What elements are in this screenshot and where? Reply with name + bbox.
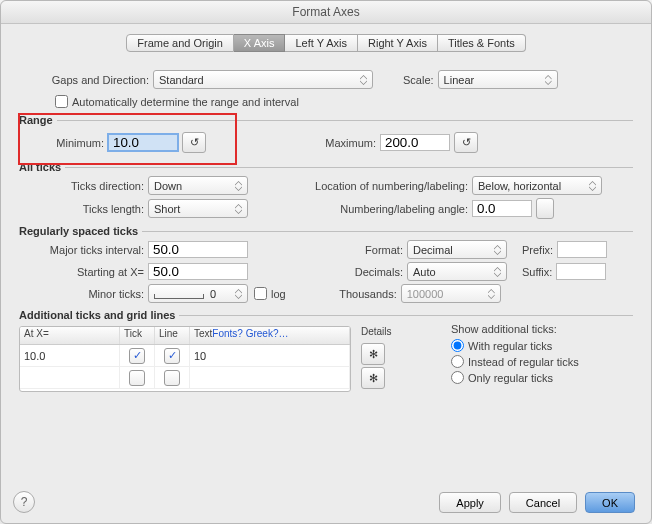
major-int-input[interactable] bbox=[148, 241, 248, 258]
max-reset-button[interactable]: ↺ bbox=[454, 132, 478, 153]
numbering-angle-label: Numbering/labeling angle: bbox=[268, 203, 468, 215]
thousands-select[interactable]: 100000 bbox=[401, 284, 501, 303]
format-label: Format: bbox=[338, 244, 403, 256]
tab-titles-fonts[interactable]: Titles & Fonts bbox=[438, 34, 526, 52]
start-at-label: Starting at X= bbox=[19, 266, 144, 278]
minor-ticks-label: Minor ticks: bbox=[19, 288, 144, 300]
addl-ticks-table: At X= Tick Line TextFonts? Greek?… 10.0 … bbox=[19, 326, 351, 392]
col-tick-header: Tick bbox=[120, 327, 155, 344]
angle-stepper[interactable] bbox=[536, 198, 554, 219]
col-text-header: Text bbox=[194, 328, 212, 339]
cancel-button[interactable]: Cancel bbox=[509, 492, 577, 513]
log-label: log bbox=[271, 288, 286, 300]
major-int-label: Major ticks interval: bbox=[19, 244, 144, 256]
suffix-input[interactable] bbox=[556, 263, 606, 280]
row-gear-button[interactable]: ✻ bbox=[361, 367, 385, 389]
reg-ticks-header: Regularly spaced ticks bbox=[19, 225, 138, 237]
format-axes-dialog: Format Axes Frame and Origin X Axis Left… bbox=[0, 0, 652, 524]
gear-icon: ✻ bbox=[369, 372, 378, 385]
window-title: Format Axes bbox=[1, 1, 651, 24]
show-addl-label: Show additional ticks: bbox=[451, 323, 579, 335]
line-checkbox[interactable] bbox=[164, 370, 180, 386]
min-reset-button[interactable]: ↺ bbox=[182, 132, 206, 153]
decimals-select[interactable]: Auto bbox=[407, 262, 507, 281]
format-select[interactable]: Decimal bbox=[407, 240, 507, 259]
range-header: Range bbox=[19, 114, 53, 126]
gear-icon: ✻ bbox=[369, 348, 378, 361]
numbering-angle-input[interactable] bbox=[472, 200, 532, 217]
ticks-len-label: Ticks length: bbox=[19, 203, 144, 215]
tick-checkbox[interactable]: ✓ bbox=[129, 348, 145, 364]
col-atx-header: At X= bbox=[20, 327, 120, 344]
numbering-loc-label: Location of numbering/labeling: bbox=[268, 180, 468, 192]
gaps-select[interactable]: Standard bbox=[153, 70, 373, 89]
thousands-label: Thousands: bbox=[322, 288, 397, 300]
ticks-dir-select[interactable]: Down bbox=[148, 176, 248, 195]
reset-icon: ↺ bbox=[190, 136, 199, 149]
row-gear-button[interactable]: ✻ bbox=[361, 343, 385, 365]
tab-x-axis[interactable]: X Axis bbox=[234, 34, 286, 52]
tab-bar: Frame and Origin X Axis Left Y Axis Righ… bbox=[1, 34, 651, 52]
numbering-loc-select[interactable]: Below, horizontal bbox=[472, 176, 602, 195]
min-input[interactable] bbox=[108, 134, 178, 151]
tab-left-y-axis[interactable]: Left Y Axis bbox=[285, 34, 358, 52]
suffix-label: Suffix: bbox=[522, 266, 552, 278]
auto-range-checkbox[interactable] bbox=[55, 95, 68, 108]
gaps-label: Gaps and Direction: bbox=[19, 74, 149, 86]
max-input[interactable] bbox=[380, 134, 450, 151]
help-icon: ? bbox=[21, 495, 28, 509]
minor-ticks-select[interactable]: 0 bbox=[148, 284, 248, 303]
min-label: Minimum: bbox=[19, 137, 104, 149]
fonts-greek-link[interactable]: Fonts? Greek?… bbox=[212, 328, 288, 339]
line-checkbox[interactable]: ✓ bbox=[164, 348, 180, 364]
decimals-label: Decimals: bbox=[338, 266, 403, 278]
scale-label: Scale: bbox=[403, 74, 434, 86]
tab-frame-origin[interactable]: Frame and Origin bbox=[126, 34, 234, 52]
tab-right-y-axis[interactable]: Right Y Axis bbox=[358, 34, 438, 52]
auto-range-label: Automatically determine the range and in… bbox=[72, 96, 299, 108]
table-row[interactable] bbox=[20, 367, 350, 389]
addl-ticks-header: Additional ticks and grid lines bbox=[19, 309, 175, 321]
apply-button[interactable]: Apply bbox=[439, 492, 501, 513]
prefix-input[interactable] bbox=[557, 241, 607, 258]
reset-icon: ↺ bbox=[462, 136, 471, 149]
ok-button[interactable]: OK bbox=[585, 492, 635, 513]
instead-of-radio[interactable] bbox=[451, 355, 464, 368]
start-at-input[interactable] bbox=[148, 263, 248, 280]
max-label: Maximum: bbox=[306, 137, 376, 149]
only-regular-radio[interactable] bbox=[451, 371, 464, 384]
all-ticks-header: All ticks bbox=[19, 161, 61, 173]
log-checkbox[interactable] bbox=[254, 287, 267, 300]
table-row[interactable]: 10.0 ✓ ✓ 10 bbox=[20, 345, 350, 367]
ticks-len-select[interactable]: Short bbox=[148, 199, 248, 218]
details-label: Details bbox=[361, 323, 441, 340]
col-line-header: Line bbox=[155, 327, 190, 344]
scale-select[interactable]: Linear bbox=[438, 70, 558, 89]
help-button[interactable]: ? bbox=[13, 491, 35, 513]
prefix-label: Prefix: bbox=[522, 244, 553, 256]
tick-checkbox[interactable] bbox=[129, 370, 145, 386]
ticks-dir-label: Ticks direction: bbox=[19, 180, 144, 192]
with-regular-radio[interactable] bbox=[451, 339, 464, 352]
